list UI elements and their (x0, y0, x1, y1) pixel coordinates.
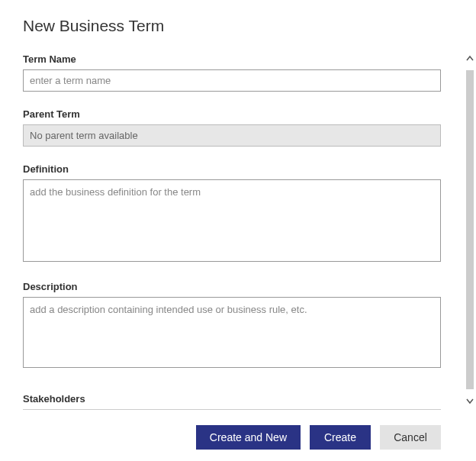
button-row: Create and New Create Cancel (23, 425, 441, 459)
scroll-up-icon[interactable] (464, 52, 476, 66)
term-name-input[interactable] (23, 69, 441, 92)
definition-label: Definition (23, 163, 441, 175)
scroll-down-icon[interactable] (464, 394, 476, 408)
parent-term-readonly: No parent term available (23, 124, 441, 147)
description-textarea[interactable] (23, 297, 441, 368)
cancel-button[interactable]: Cancel (380, 425, 441, 450)
create-and-new-button[interactable]: Create and New (196, 425, 301, 450)
dialog-new-business-term: New Business Term Term Name Parent Term … (0, 0, 476, 461)
page-title: New Business Term (23, 17, 441, 35)
definition-textarea[interactable] (23, 179, 441, 262)
scrollbar[interactable] (464, 0, 476, 461)
term-name-label: Term Name (23, 53, 441, 65)
field-term-name: Term Name (23, 53, 441, 92)
form-content: New Business Term Term Name Parent Term … (0, 0, 464, 461)
field-description: Description (23, 281, 441, 370)
stakeholders-label: Stakeholders (23, 393, 441, 405)
field-parent-term: Parent Term No parent term available (23, 108, 441, 147)
scroll-thumb[interactable] (466, 70, 474, 389)
field-stakeholders: Stakeholders (23, 393, 441, 410)
create-button[interactable]: Create (310, 425, 371, 450)
description-label: Description (23, 281, 441, 292)
parent-term-label: Parent Term (23, 108, 441, 120)
field-definition: Definition (23, 163, 441, 264)
